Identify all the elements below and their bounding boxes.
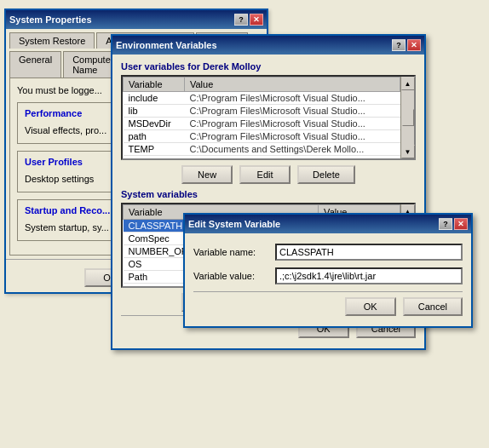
user-vars-table-container: Variable Value includeC:\Program Files\M… bbox=[121, 75, 416, 160]
edit-help-button[interactable]: ? bbox=[439, 218, 452, 230]
variable-name-label: Variable name: bbox=[193, 247, 270, 257]
system-props-titlebar: System Properties ? ✕ bbox=[6, 10, 267, 29]
user-vars-btn-row: New Edit Delete bbox=[121, 165, 416, 184]
user-val-col: Value bbox=[184, 78, 400, 92]
user-var-name: lib bbox=[124, 105, 185, 118]
edit-ok-button[interactable]: OK bbox=[345, 297, 396, 316]
user-edit-button[interactable]: Edit bbox=[239, 165, 291, 184]
user-vars-label: User variables for Derek Molloy bbox=[121, 61, 416, 72]
close-button[interactable]: ✕ bbox=[250, 14, 263, 26]
user-var-name: path bbox=[124, 130, 185, 143]
table-row[interactable]: MSDevDirC:\Program Files\Microsoft Visua… bbox=[124, 118, 400, 130]
system-vars-label: System variables bbox=[121, 189, 416, 199]
table-row[interactable]: includeC:\Program Files\Microsoft Visual… bbox=[124, 92, 400, 105]
performance-text: Visual effects, pro... bbox=[25, 125, 106, 135]
edit-titlebar: Edit System Variable ? ✕ bbox=[185, 215, 471, 233]
user-var-col: Variable bbox=[124, 78, 185, 92]
edit-content: Variable name: Variable value: OK Cancel bbox=[185, 233, 471, 326]
user-var-name: include bbox=[124, 92, 185, 105]
tab-general[interactable]: General bbox=[9, 51, 61, 78]
variable-name-row: Variable name: bbox=[193, 244, 463, 261]
user-vars-table: Variable Value includeC:\Program Files\M… bbox=[123, 77, 400, 156]
variable-value-label: Variable value: bbox=[193, 271, 270, 281]
user-var-name: TEMP bbox=[124, 143, 185, 156]
edit-system-variable-dialog: Edit System Variable ? ✕ Variable name: … bbox=[183, 213, 473, 328]
startup-text: System startup, sy... bbox=[25, 222, 109, 233]
user-var-name: MSDevDir bbox=[124, 118, 185, 130]
help-button[interactable]: ? bbox=[234, 14, 248, 26]
sys-props-title: System Properties bbox=[9, 14, 92, 25]
user-var-value: C:\Program Files\Microsoft Visual Studio… bbox=[184, 118, 400, 130]
table-row[interactable]: TEMPC:\Documents and Settings\Derek Moll… bbox=[124, 143, 400, 156]
user-delete-button[interactable]: Delete bbox=[297, 165, 355, 184]
table-row[interactable]: libC:\Program Files\Microsoft Visual Stu… bbox=[124, 105, 400, 118]
env-help-button[interactable]: ? bbox=[392, 39, 406, 51]
scroll-up-arrow[interactable]: ▲ bbox=[401, 77, 415, 90]
variable-value-input[interactable] bbox=[275, 267, 463, 284]
env-titlebar: Environment Variables ? ✕ bbox=[112, 36, 424, 55]
edit-close-button[interactable]: ✕ bbox=[454, 218, 468, 230]
scroll-down-arrow[interactable]: ▼ bbox=[401, 145, 415, 158]
env-title: Environment Variables bbox=[116, 40, 217, 50]
table-row[interactable]: pathC:\Program Files\Microsoft Visual St… bbox=[124, 130, 400, 143]
user-new-button[interactable]: New bbox=[181, 165, 233, 184]
user-table-scrollbar[interactable]: ▲ ▼ bbox=[400, 77, 414, 158]
edit-dialog-buttons: OK Cancel bbox=[193, 297, 463, 316]
env-close-button[interactable]: ✕ bbox=[407, 39, 421, 51]
user-var-value: C:\Program Files\Microsoft Visual Studio… bbox=[184, 105, 400, 118]
user-var-value: C:\Program Files\Microsoft Visual Studio… bbox=[184, 92, 400, 105]
user-var-value: C:\Documents and Settings\Derek Mollo... bbox=[184, 143, 400, 156]
user-profiles-text: Desktop settings bbox=[25, 174, 94, 184]
user-var-value: C:\Program Files\Microsoft Visual Studio… bbox=[184, 130, 400, 143]
tab-system-restore[interactable]: System Restore bbox=[9, 32, 95, 49]
variable-name-input[interactable] bbox=[275, 244, 463, 261]
edit-cancel-button[interactable]: Cancel bbox=[403, 297, 463, 316]
edit-title: Edit System Variable bbox=[188, 219, 280, 229]
variable-value-row: Variable value: bbox=[193, 267, 463, 284]
